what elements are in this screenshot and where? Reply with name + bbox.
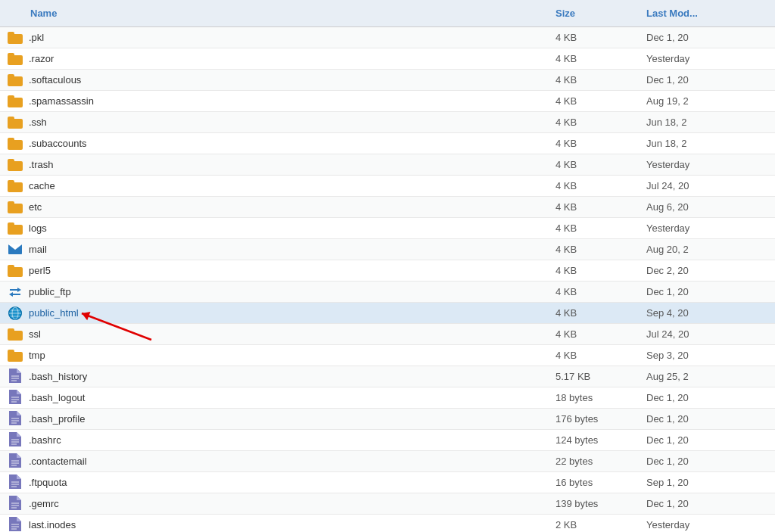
table-row[interactable]: mail4 KBAug 20, 2 bbox=[0, 239, 775, 260]
file-name-label: .bash_history bbox=[29, 371, 87, 382]
file-name-cell: .gemrc bbox=[0, 495, 548, 513]
file-date: Jul 24, 20 bbox=[639, 177, 775, 194]
folder-icon bbox=[8, 201, 23, 213]
file-name-label: last.inodes bbox=[29, 519, 76, 530]
globe-icon bbox=[8, 306, 22, 320]
table-row[interactable]: .razor4 KBYesterday bbox=[0, 48, 775, 70]
table-row[interactable]: .subaccounts4 KBJun 18, 2 bbox=[0, 133, 775, 154]
file-name-label: .spamassassin bbox=[29, 95, 94, 107]
table-row[interactable]: perl54 KBDec 2, 20 bbox=[0, 260, 775, 282]
file-name-label: .softaculous bbox=[29, 74, 81, 86]
file-rows-container: .pkl4 KBDec 1, 20.razor4 KBYesterday.sof… bbox=[0, 27, 775, 532]
file-date: Aug 19, 2 bbox=[639, 92, 775, 110]
folder-icon bbox=[8, 265, 23, 277]
table-row[interactable]: public_ftp4 KBDec 1, 20 bbox=[0, 282, 775, 303]
file-size: 4 KB bbox=[548, 241, 639, 258]
table-row[interactable]: .bashrc124 bytesDec 1, 20 bbox=[0, 430, 775, 451]
ftp-icon bbox=[8, 287, 22, 297]
doc-icon bbox=[9, 411, 21, 428]
file-name-cell: .contactemail bbox=[0, 453, 548, 471]
file-size: 4 KB bbox=[548, 177, 639, 194]
folder-icon bbox=[8, 138, 23, 150]
file-size: 4 KB bbox=[548, 304, 639, 322]
file-date: Dec 2, 20 bbox=[639, 262, 775, 279]
table-row[interactable]: .ftpquota16 bytesSep 1, 20 bbox=[0, 472, 775, 493]
file-size: 18 bytes bbox=[548, 389, 639, 406]
svg-marker-16 bbox=[17, 390, 21, 394]
folder-icon bbox=[8, 53, 23, 65]
file-name-cell: logs bbox=[0, 219, 548, 238]
svg-marker-26 bbox=[17, 432, 21, 437]
table-row[interactable]: .contactemail22 bytesDec 1, 20 bbox=[0, 451, 775, 472]
file-date: Dec 1, 20 bbox=[639, 410, 775, 428]
file-name-cell: .spamassassin bbox=[0, 92, 548, 110]
file-date: Jun 18, 2 bbox=[639, 114, 775, 131]
file-name-cell: etc bbox=[0, 198, 548, 216]
table-row[interactable]: .pkl4 KBDec 1, 20 bbox=[0, 27, 775, 48]
file-name-cell: .bash_history bbox=[0, 368, 548, 386]
file-name-cell: .ssh bbox=[0, 114, 548, 132]
file-date: Yesterday bbox=[639, 219, 775, 237]
table-row[interactable]: public_html4 KBSep 4, 20 bbox=[0, 303, 775, 324]
table-row[interactable]: .gemrc139 bytesDec 1, 20 bbox=[0, 493, 775, 515]
file-size: 4 KB bbox=[548, 71, 639, 89]
table-row[interactable]: cache4 KBJul 24, 20 bbox=[0, 176, 775, 197]
file-name-label: public_html bbox=[29, 307, 79, 319]
file-name-cell: .subaccounts bbox=[0, 135, 548, 153]
file-date: Yesterday bbox=[639, 156, 775, 173]
file-date: Dec 1, 20 bbox=[639, 431, 775, 449]
file-manager: Name Size Last Mod... .pkl4 KBDec 1, 20.… bbox=[0, 0, 775, 532]
file-name-cell: .trash bbox=[0, 156, 548, 174]
table-row[interactable]: etc4 KBAug 6, 20 bbox=[0, 197, 775, 218]
doc-icon bbox=[9, 432, 21, 449]
table-row[interactable]: .softaculous4 KBDec 1, 20 bbox=[0, 70, 775, 91]
table-row[interactable]: .trash4 KBYesterday bbox=[0, 154, 775, 176]
folder-icon bbox=[8, 95, 23, 107]
file-name-cell: tmp bbox=[0, 347, 548, 365]
table-row[interactable]: logs4 KBYesterday bbox=[0, 218, 775, 239]
file-name-label: tmp bbox=[29, 350, 45, 361]
file-size: 4 KB bbox=[548, 156, 639, 173]
file-name-label: .ftpquota bbox=[29, 477, 67, 488]
file-size: 4 KB bbox=[548, 135, 639, 152]
file-date: Dec 1, 20 bbox=[639, 71, 775, 89]
svg-marker-41 bbox=[17, 496, 21, 500]
file-size: 4 KB bbox=[548, 29, 639, 46]
table-row[interactable]: .bash_history5.17 KBAug 25, 2 bbox=[0, 366, 775, 387]
folder-icon bbox=[8, 32, 23, 44]
file-name-label: logs bbox=[29, 222, 47, 234]
table-row[interactable]: .bash_logout18 bytesDec 1, 20 bbox=[0, 387, 775, 409]
folder-icon bbox=[8, 117, 23, 129]
table-header: Name Size Last Mod... bbox=[0, 0, 775, 27]
svg-marker-46 bbox=[17, 517, 21, 521]
column-name: Name bbox=[0, 5, 548, 22]
file-name-label: .bash_logout bbox=[29, 392, 85, 403]
file-size: 16 bytes bbox=[548, 474, 639, 491]
file-name-label: .bash_profile bbox=[29, 413, 85, 425]
file-size: 5.17 KB bbox=[548, 368, 639, 385]
file-name-cell: public_html bbox=[0, 304, 548, 322]
folder-icon bbox=[8, 222, 23, 235]
file-size: 22 bytes bbox=[548, 453, 639, 470]
file-size: 4 KB bbox=[548, 114, 639, 131]
file-size: 4 KB bbox=[548, 92, 639, 110]
table-row[interactable]: .ssh4 KBJun 18, 2 bbox=[0, 112, 775, 133]
file-name-label: .trash bbox=[29, 159, 54, 170]
file-name-cell: ssl bbox=[0, 325, 548, 344]
doc-icon bbox=[9, 369, 21, 385]
doc-icon bbox=[9, 390, 21, 406]
table-row[interactable]: .spamassassin4 KBAug 19, 2 bbox=[0, 91, 775, 112]
file-date: Yesterday bbox=[639, 50, 775, 67]
column-last-modified: Last Mod... bbox=[639, 5, 775, 22]
file-size: 4 KB bbox=[548, 198, 639, 216]
file-date: Sep 4, 20 bbox=[639, 304, 775, 322]
file-date: Aug 20, 2 bbox=[639, 241, 775, 258]
table-row[interactable]: ssl4 KBJul 24, 20 bbox=[0, 324, 775, 345]
table-row[interactable]: .bash_profile176 bytesDec 1, 20 bbox=[0, 409, 775, 430]
table-body: .pkl4 KBDec 1, 20.razor4 KBYesterday.sof… bbox=[0, 27, 775, 532]
file-name-label: .gemrc bbox=[29, 498, 59, 509]
table-row[interactable]: tmp4 KBSep 3, 20 bbox=[0, 345, 775, 366]
file-name-label: ssl bbox=[29, 328, 41, 340]
table-row[interactable]: last.inodes2 KBYesterday bbox=[0, 515, 775, 532]
file-size: 4 KB bbox=[548, 283, 639, 300]
